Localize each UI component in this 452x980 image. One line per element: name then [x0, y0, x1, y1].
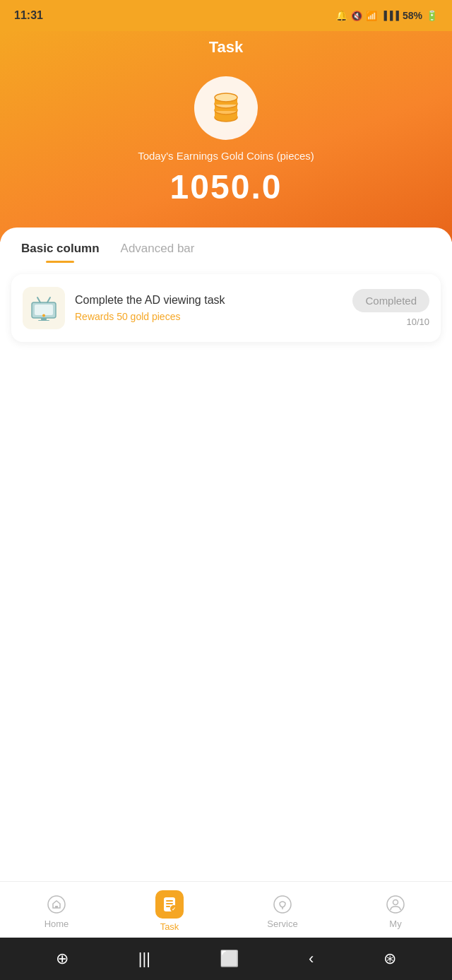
- system-extra-button[interactable]: ⊛: [383, 950, 396, 968]
- svg-rect-18: [166, 903, 173, 904]
- coins-icon: [208, 90, 244, 126]
- tabs-container: Basic column Advanced bar: [0, 228, 452, 263]
- svg-text:✓: ✓: [172, 907, 176, 911]
- svg-rect-19: [166, 906, 170, 907]
- system-recent-button[interactable]: |||: [138, 950, 150, 968]
- nav-item-home[interactable]: Home: [0, 893, 113, 929]
- header-section: Task Today's Earnings Gold Coins (pieces…: [0, 31, 452, 242]
- svg-rect-15: [55, 906, 58, 908]
- service-icon: [271, 893, 294, 916]
- svg-rect-17: [166, 900, 173, 902]
- svg-line-9: [37, 297, 40, 302]
- task-reward: Rewards 50 gold pieces: [75, 311, 343, 322]
- task-title: Complete the AD viewing task: [75, 294, 343, 307]
- coins-icon-container: [194, 76, 258, 140]
- battery-icon: 🔋: [426, 10, 438, 21]
- wifi-icon: 📶: [366, 11, 377, 21]
- status-icons: 🔔 🔇 📶 ▐▐▐ 58% 🔋: [335, 10, 438, 21]
- task-card-ad: Complete the AD viewing task Rewards 50 …: [11, 274, 441, 342]
- mute-icon: 🔇: [351, 11, 362, 21]
- status-bar: 11:31 🔔 🔇 📶 ▐▐▐ 58% 🔋: [0, 0, 452, 31]
- task-info: Complete the AD viewing task Rewards 50 …: [75, 294, 343, 322]
- svg-point-25: [393, 900, 398, 905]
- svg-point-14: [48, 896, 65, 913]
- svg-point-6: [215, 93, 237, 102]
- main-card: Basic column Advanced bar: [0, 228, 452, 881]
- system-nav-bar: ⊕ ||| ⬜ ‹ ⊛: [0, 938, 452, 980]
- bottom-nav: Home ✓ Task Service: [0, 881, 452, 938]
- tab-basic[interactable]: Basic column: [21, 242, 100, 263]
- task-right: Completed 10/10: [352, 289, 429, 327]
- svg-rect-12: [38, 320, 49, 321]
- battery-indicator: 58%: [403, 10, 422, 21]
- task-nav-icon-bg: ✓: [155, 890, 184, 919]
- svg-rect-11: [41, 318, 47, 320]
- earnings-value: 1050.0: [170, 167, 282, 206]
- nav-my-label: My: [389, 919, 401, 929]
- notification-icon: 🔔: [335, 10, 347, 21]
- page-title: Task: [209, 38, 244, 57]
- nav-home-label: Home: [44, 919, 69, 929]
- system-back-button[interactable]: ‹: [309, 950, 314, 968]
- nav-item-service[interactable]: Service: [226, 893, 339, 929]
- my-icon: [384, 893, 407, 916]
- nav-service-label: Service: [267, 919, 297, 929]
- task-area: Complete the AD viewing task Rewards 50 …: [0, 263, 452, 881]
- tv-icon: [29, 295, 59, 321]
- svg-point-22: [274, 896, 291, 913]
- tab-advanced[interactable]: Advanced bar: [121, 242, 195, 263]
- system-home-button[interactable]: ⬜: [220, 950, 239, 968]
- earnings-label: Today's Earnings Gold Coins (pieces): [138, 150, 314, 162]
- nav-item-my[interactable]: My: [339, 893, 452, 929]
- home-icon: [45, 893, 68, 916]
- completed-button[interactable]: Completed: [352, 289, 429, 312]
- svg-point-13: [42, 314, 45, 317]
- signal-icon: ▐▐▐: [381, 11, 399, 20]
- system-apps-button[interactable]: ⊕: [56, 950, 69, 968]
- nav-task-label: Task: [160, 921, 179, 932]
- task-progress: 10/10: [406, 317, 429, 327]
- svg-rect-8: [35, 305, 53, 315]
- status-time: 11:31: [14, 9, 43, 22]
- nav-item-task[interactable]: ✓ Task: [113, 890, 226, 932]
- task-icon-box: [23, 287, 65, 329]
- svg-line-10: [47, 297, 50, 302]
